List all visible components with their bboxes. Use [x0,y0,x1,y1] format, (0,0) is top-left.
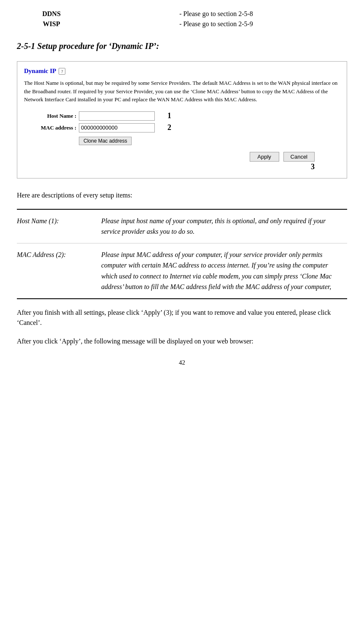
description-detail: Please input MAC address of your compute… [101,243,347,298]
help-icon[interactable]: ? [59,68,65,75]
page-number: 42 [17,359,347,366]
top-table-value: - Please go to section 2-5-9 [86,19,346,29]
section-heading: 2-5-1 Setup procedure for ‘Dynamic IP’: [17,41,347,51]
host-name-row: Host Name : 1 [24,111,340,121]
after-text-2: After you click ‘Apply’, the following m… [17,336,347,346]
cancel-button[interactable]: Cancel [283,152,315,162]
here-are-descriptions: Here are descriptions of every setup ite… [17,190,347,200]
top-reference-table: DDNS- Please go to section 2-5-8WISP- Pl… [17,8,347,30]
apply-button[interactable]: Apply [250,152,279,162]
description-term: Host Name (1): [17,210,101,243]
description-section: Host Name (1): Please input host name of… [17,209,347,300]
host-name-label: Host Name : [24,113,79,119]
top-table-label: DDNS [18,9,85,19]
dynamic-ip-description: The Host Name is optional, but may be re… [24,79,340,104]
description-table: Host Name (1): Please input host name of… [17,210,347,299]
mac-address-row: MAC address : 2 [24,123,340,132]
host-name-input[interactable] [79,111,155,121]
top-table-value: - Please go to section 2-5-8 [86,9,346,19]
number-3-label: 3 [24,162,340,171]
description-term: MAC Address (2): [17,243,101,298]
mac-address-input[interactable] [79,123,155,132]
number-2-label: 2 [167,123,171,132]
action-buttons-row: Apply Cancel [24,152,340,162]
dynamic-ip-label: Dynamic IP [24,68,56,75]
description-detail: Please input host name of your computer,… [101,210,347,243]
clone-mac-row: Clone Mac address [24,135,340,145]
mac-address-label: MAC address : [24,124,79,131]
clone-mac-button[interactable]: Clone Mac address [79,137,132,145]
description-table-row: MAC Address (2): Please input MAC addres… [17,243,347,298]
divider-bottom [17,298,347,299]
dynamic-ip-title: Dynamic IP ? [24,68,340,75]
top-table-label: WISP [18,19,85,29]
after-text-1: After you finish with all settings, plea… [17,308,347,328]
description-table-row: Host Name (1): Please input host name of… [17,210,347,243]
top-table-row: DDNS- Please go to section 2-5-8 [18,9,346,19]
number-1-label: 1 [167,111,171,120]
dynamic-ip-box: Dynamic IP ? The Host Name is optional, … [17,61,347,178]
dynamic-ip-form: Host Name : 1 MAC address : 2 Clone Mac … [24,111,340,171]
top-table-row: WISP- Please go to section 2-5-9 [18,19,346,29]
